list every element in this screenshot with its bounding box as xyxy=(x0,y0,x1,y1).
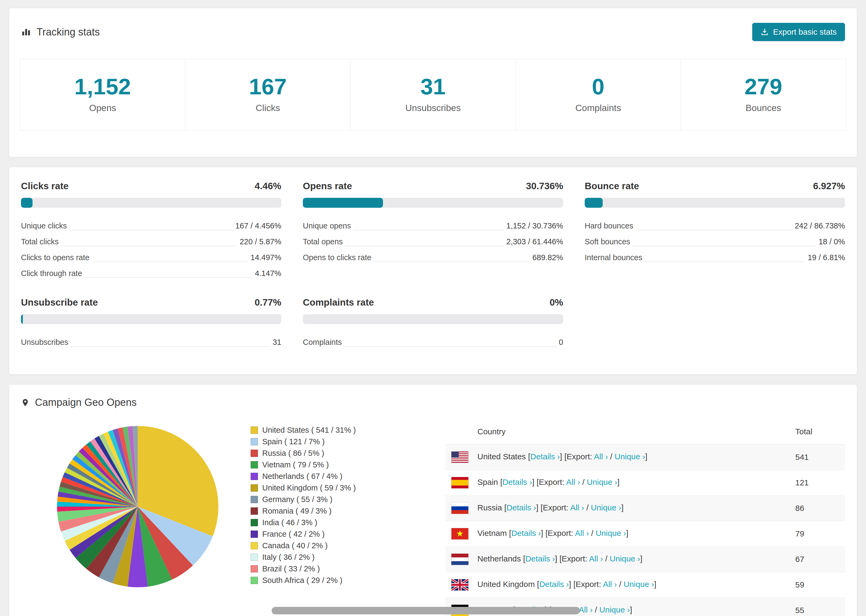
details-link[interactable]: Details › xyxy=(502,478,532,486)
rate-value: 4.46% xyxy=(255,180,281,192)
stat-line: Total opens2,303 / 61.446% xyxy=(303,234,563,250)
bracket: [ xyxy=(528,452,530,461)
legend-label: South Africa ( 29 / 2% ) xyxy=(262,576,342,585)
country-name: Vietnam xyxy=(477,529,507,537)
legend-swatch xyxy=(251,461,258,468)
export-all-link[interactable]: All › xyxy=(579,605,593,614)
stat-value: 167 xyxy=(185,75,350,98)
progress-fill xyxy=(21,314,23,324)
geo-legend: United States ( 541 / 31% )Spain ( 121 /… xyxy=(251,424,356,586)
rate-value: 0.77% xyxy=(255,297,281,308)
export-all-link[interactable]: All › xyxy=(570,503,584,512)
legend-label: Germany ( 55 / 3% ) xyxy=(262,495,332,504)
rate-title: Opens rate xyxy=(303,180,352,192)
stat-line: Total clicks220 / 5.87% xyxy=(21,234,281,250)
export-all-link[interactable]: All › xyxy=(575,529,589,537)
legend-label: Spain ( 121 / 7% ) xyxy=(262,437,324,446)
stat-line-value: 242 / 86.738% xyxy=(795,218,845,234)
details-link[interactable]: Details › xyxy=(539,580,569,589)
export-unique-link[interactable]: Unique › xyxy=(587,478,617,486)
total-cell: 541 xyxy=(795,453,845,462)
details-link[interactable]: Details › xyxy=(525,554,555,563)
legend-item: France ( 42 / 2% ) xyxy=(251,528,356,540)
table-row: Spain [Details ›] [Export: All › / Uniqu… xyxy=(446,470,845,496)
export-unique-link[interactable]: Unique › xyxy=(596,529,626,537)
total-column-header: Total xyxy=(795,427,845,436)
legend-label: Netherlands ( 67 / 4% ) xyxy=(262,472,342,481)
export-icon xyxy=(761,28,768,36)
bracket: ] xyxy=(645,452,647,461)
export-label: [Export: xyxy=(540,503,568,512)
dotted-leader xyxy=(345,246,504,246)
export-unique-link[interactable]: Unique › xyxy=(600,605,630,614)
details-link[interactable]: Details › xyxy=(506,503,536,512)
horizontal-scrollbar-thumb[interactable] xyxy=(272,607,580,614)
rate-head: Bounce rate6.927% xyxy=(585,180,845,192)
dotted-leader xyxy=(645,261,805,262)
export-label: [Export: xyxy=(565,452,592,461)
stat-line-value: 689.82% xyxy=(532,250,564,266)
export-all-link[interactable]: All › xyxy=(594,452,608,461)
export-all-link[interactable]: All › xyxy=(589,554,603,563)
stat-line: Click through rate4.147% xyxy=(21,266,281,281)
stat-line-value: 167 / 4.456% xyxy=(235,218,281,234)
details-link[interactable]: Details › xyxy=(531,452,560,461)
rate-title: Complaints rate xyxy=(303,297,374,308)
legend-label: Romania ( 49 / 3% ) xyxy=(262,507,332,515)
export-unique-link[interactable]: Unique › xyxy=(610,554,640,563)
total-cell: 55 xyxy=(795,606,845,615)
progress-fill xyxy=(585,198,603,208)
export-all-link[interactable]: All › xyxy=(566,478,580,486)
geo-table: Country Total United States [Details ›] … xyxy=(446,419,845,616)
table-row: United States [Details ›] [Export: All ›… xyxy=(446,445,845,470)
rate-head: Opens rate30.736% xyxy=(303,180,563,192)
legend-label: United Kingdom ( 59 / 3% ) xyxy=(262,484,356,492)
legend-swatch xyxy=(251,496,258,503)
country-cell: Vietnam [Details ›] [Export: All › / Uni… xyxy=(446,528,795,540)
legend-swatch xyxy=(251,426,258,434)
stat-value: 0 xyxy=(516,75,681,98)
legend-item: India ( 46 / 3% ) xyxy=(251,517,356,528)
rate-value: 0% xyxy=(550,297,563,308)
stat-label: Unsubscribes xyxy=(350,103,515,113)
geo-content: United States ( 541 / 31% )Spain ( 121 /… xyxy=(21,419,845,616)
stat-line-value: 1,152 / 30.736% xyxy=(506,218,563,234)
legend-label: Canada ( 40 / 2% ) xyxy=(262,541,328,550)
legend-item: Italy ( 36 / 2% ) xyxy=(251,552,356,563)
progress-track xyxy=(303,198,563,208)
dotted-leader xyxy=(92,261,248,262)
export-unique-link[interactable]: Unique › xyxy=(614,452,645,461)
export-label: [Export: xyxy=(573,580,601,589)
stat-line-label: Unsubscribes xyxy=(21,334,68,350)
dotted-leader xyxy=(633,246,816,246)
stat-line-value: 18 / 0% xyxy=(819,234,845,250)
bracket: [ xyxy=(537,580,539,589)
details-link[interactable]: Details › xyxy=(511,529,541,537)
legend-swatch xyxy=(251,565,258,572)
export-basic-stats-button[interactable]: Export basic stats xyxy=(752,23,845,41)
tracking-stats-card: Tracking stats Export basic stats 1,152O… xyxy=(9,8,857,157)
flag-gb-icon xyxy=(451,579,469,591)
export-unique-link[interactable]: Unique › xyxy=(591,503,621,512)
bracket: ] xyxy=(560,452,562,461)
export-unique-link[interactable]: Unique › xyxy=(624,580,654,589)
country-name: United States xyxy=(477,452,526,461)
legend-item: Spain ( 121 / 7% ) xyxy=(251,436,356,448)
page: Tracking stats Export basic stats 1,152O… xyxy=(0,0,866,616)
export-basic-stats-label: Export basic stats xyxy=(773,27,837,36)
export-all-link[interactable]: All › xyxy=(603,580,617,589)
stat-line-label: Total clicks xyxy=(21,234,58,250)
progress-track xyxy=(585,198,845,208)
legend-swatch xyxy=(251,438,258,445)
legend-item: Brazil ( 33 / 2% ) xyxy=(251,563,356,575)
rate-value: 6.927% xyxy=(813,180,845,192)
flag-vn-icon xyxy=(451,528,469,540)
stat-line: Hard bounces242 / 86.738% xyxy=(585,218,845,234)
stat-cell-bounces: 279Bounces xyxy=(681,59,846,130)
country-cell: United Kingdom [Details ›] [Export: All … xyxy=(446,579,795,591)
stat-label: Opens xyxy=(20,103,185,113)
rates-card: Clicks rate4.46%Unique clicks167 / 4.456… xyxy=(9,167,857,375)
legend-item: United States ( 541 / 31% ) xyxy=(251,424,356,436)
stat-line-label: Clicks to opens rate xyxy=(21,250,90,266)
stat-label: Bounces xyxy=(681,103,846,113)
